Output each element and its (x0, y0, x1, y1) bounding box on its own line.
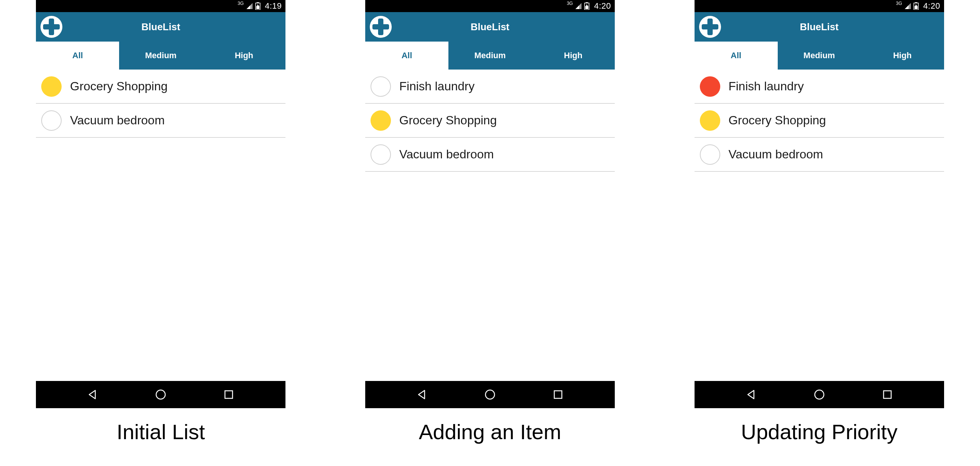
tab-all[interactable]: All (695, 41, 778, 70)
tab-all[interactable]: All (365, 41, 449, 70)
battery-icon (584, 2, 589, 10)
nav-home-button[interactable] (812, 387, 827, 402)
tab-high[interactable]: High (202, 41, 285, 70)
signal-icon (246, 3, 253, 10)
navigation-bar (365, 381, 615, 408)
svg-point-13 (815, 390, 824, 399)
list-item-text: Vacuum bedroom (399, 147, 494, 161)
tab-medium[interactable]: Medium (119, 41, 202, 70)
svg-rect-4 (225, 391, 232, 398)
screen-initial-list: 3G 4:19 BlueList All Medium High (27, 0, 295, 444)
tab-all[interactable]: All (36, 41, 119, 70)
nav-recent-button[interactable] (551, 387, 565, 402)
phone-frame: 3G 4:19 BlueList All Medium High (36, 0, 285, 408)
network-indicator: 3G (567, 1, 573, 6)
priority-indicator-medium[interactable] (700, 110, 720, 131)
status-clock: 4:20 (594, 1, 611, 11)
list-item-text: Grocery Shopping (729, 113, 826, 127)
screen-adding-item: 3G 4:20 BlueList All Medium High (356, 0, 625, 444)
todo-list: Finish laundry Grocery Shopping Vacuum b… (695, 70, 944, 381)
list-item[interactable]: Finish laundry (365, 70, 615, 103)
nav-back-button[interactable] (744, 387, 759, 402)
priority-indicator-high[interactable] (700, 76, 720, 97)
app-bar: BlueList All Medium High (36, 12, 285, 70)
phone-frame: 3G 4:20 BlueList All Medium High (365, 0, 615, 408)
screen-caption: Initial List (117, 420, 205, 444)
priority-indicator-none[interactable] (700, 145, 720, 165)
list-item-text: Vacuum bedroom (729, 147, 823, 161)
svg-point-8 (485, 390, 495, 399)
navigation-bar (695, 381, 944, 408)
priority-indicator-none[interactable] (41, 110, 62, 131)
app-title: BlueList (699, 21, 940, 33)
nav-recent-button[interactable] (880, 387, 894, 402)
priority-indicator-medium[interactable] (371, 110, 391, 131)
screen-updating-priority: 3G 4:20 BlueList All Medium High (685, 0, 953, 444)
svg-point-3 (156, 390, 165, 399)
screen-caption: Adding an Item (419, 420, 562, 444)
svg-rect-9 (554, 391, 562, 398)
list-item-text: Vacuum bedroom (70, 113, 164, 127)
todo-list: Grocery Shopping Vacuum bedroom (36, 70, 285, 381)
status-bar: 3G 4:20 (695, 0, 944, 12)
filter-tabs: All Medium High (695, 41, 944, 70)
app-bar: BlueList All Medium High (365, 12, 615, 70)
tab-medium[interactable]: Medium (449, 41, 531, 70)
app-bar: BlueList All Medium High (695, 12, 944, 70)
app-title: BlueList (40, 21, 281, 33)
status-bar: 3G 4:19 (36, 0, 285, 12)
nav-back-button[interactable] (415, 387, 429, 402)
filter-tabs: All Medium High (36, 41, 285, 70)
list-item[interactable]: Grocery Shopping (695, 103, 944, 138)
nav-home-button[interactable] (483, 387, 497, 402)
list-item[interactable]: Vacuum bedroom (365, 138, 615, 172)
priority-indicator-none[interactable] (371, 76, 391, 97)
app-title: BlueList (370, 21, 610, 33)
tab-high[interactable]: High (531, 41, 615, 70)
add-item-button[interactable] (40, 16, 62, 38)
list-item-text: Grocery Shopping (399, 113, 497, 127)
list-item[interactable]: Vacuum bedroom (36, 103, 285, 138)
status-clock: 4:19 (265, 1, 282, 11)
filter-tabs: All Medium High (365, 41, 615, 70)
nav-home-button[interactable] (153, 387, 168, 402)
add-item-button[interactable] (699, 16, 721, 38)
svg-rect-14 (884, 391, 891, 398)
status-clock: 4:20 (923, 1, 940, 11)
nav-back-button[interactable] (86, 387, 100, 402)
nav-recent-button[interactable] (221, 387, 236, 402)
phone-frame: 3G 4:20 BlueList All Medium High (695, 0, 944, 408)
todo-list: Finish laundry Grocery Shopping Vacuum b… (365, 70, 615, 381)
network-indicator: 3G (237, 1, 243, 6)
screen-caption: Updating Priority (741, 420, 897, 444)
signal-icon (575, 3, 582, 10)
status-bar: 3G 4:20 (365, 0, 615, 12)
tab-high[interactable]: High (861, 41, 944, 70)
list-item-text: Finish laundry (729, 80, 804, 93)
battery-icon (913, 2, 919, 10)
list-item-text: Grocery Shopping (70, 80, 167, 93)
signal-icon (904, 3, 911, 10)
network-indicator: 3G (896, 1, 902, 6)
tab-medium[interactable]: Medium (778, 41, 861, 70)
list-item[interactable]: Vacuum bedroom (695, 138, 944, 172)
add-item-button[interactable] (370, 16, 392, 38)
list-item-text: Finish laundry (399, 80, 474, 93)
navigation-bar (36, 381, 285, 408)
priority-indicator-medium[interactable] (41, 76, 62, 97)
list-item[interactable]: Grocery Shopping (36, 70, 285, 103)
list-item[interactable]: Finish laundry (695, 70, 944, 103)
battery-icon (255, 2, 261, 10)
list-item[interactable]: Grocery Shopping (365, 103, 615, 138)
priority-indicator-none[interactable] (371, 145, 391, 165)
